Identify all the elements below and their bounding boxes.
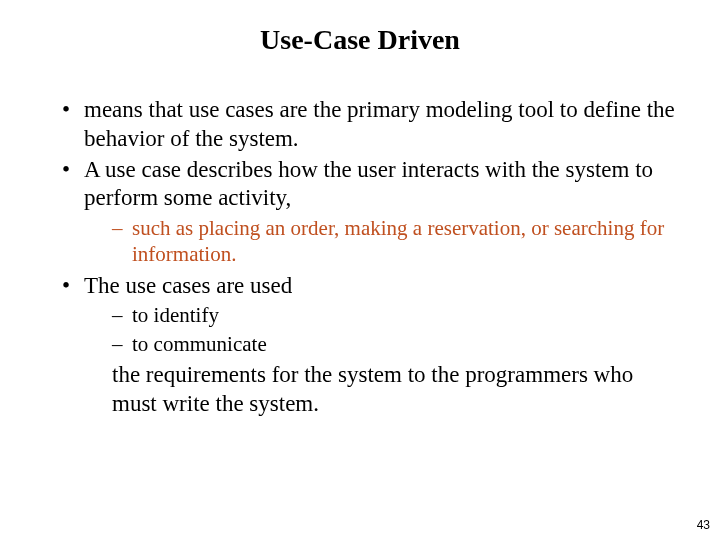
bullet-item: The use cases are used to identify to co…: [62, 272, 680, 419]
sub-bullet-item: to identify: [112, 302, 680, 328]
bullet-item: means that use cases are the primary mod…: [62, 96, 680, 154]
main-bullet-list: means that use cases are the primary mod…: [40, 96, 680, 418]
slide-title: Use-Case Driven: [40, 24, 680, 56]
sub-bullet-item: such as placing an order, making a reser…: [112, 215, 680, 268]
slide-container: Use-Case Driven means that use cases are…: [0, 0, 720, 440]
sub-bullet-list: to identify to communicate: [84, 302, 680, 357]
bullet-text: A use case describes how the user intera…: [84, 157, 653, 211]
trailing-text: the requirements for the system to the p…: [84, 361, 680, 419]
sub-bullet-list: such as placing an order, making a reser…: [84, 215, 680, 268]
sub-bullet-item: to communicate: [112, 331, 680, 357]
page-number: 43: [697, 518, 710, 532]
bullet-text: The use cases are used: [84, 273, 292, 298]
bullet-item: A use case describes how the user intera…: [62, 156, 680, 268]
